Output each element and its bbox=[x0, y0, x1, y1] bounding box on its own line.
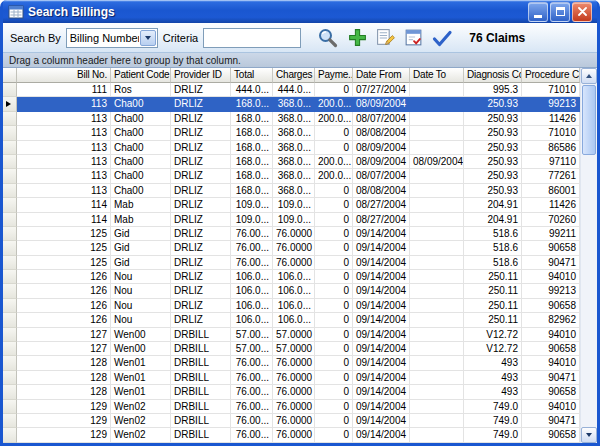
cell[interactable]: Wen01 bbox=[111, 356, 171, 370]
cell[interactable]: DRLIZ bbox=[171, 141, 231, 155]
cell[interactable]: 749.0 bbox=[464, 428, 522, 442]
row-indicator[interactable] bbox=[3, 241, 17, 255]
cell[interactable]: 113 bbox=[17, 184, 111, 198]
cell[interactable]: 126 bbox=[17, 313, 111, 327]
grid-row[interactable]: 111RosDRLIZ444.0...444.0...007/27/200499… bbox=[3, 83, 580, 97]
column-header[interactable]: Payme... bbox=[315, 68, 353, 83]
cell[interactable]: 749.0 bbox=[464, 414, 522, 428]
cell[interactable]: Mab bbox=[111, 198, 171, 212]
grid-row[interactable]: 114MabDRLIZ109.0...109.0...008/27/200420… bbox=[3, 213, 580, 227]
close-button[interactable] bbox=[572, 2, 592, 22]
cell[interactable] bbox=[410, 356, 464, 370]
grid-row[interactable]: 126NouDRLIZ106.0...106.0...009/14/200425… bbox=[3, 299, 580, 313]
cell[interactable]: 126 bbox=[17, 299, 111, 313]
cell[interactable]: 250.93 bbox=[464, 169, 522, 183]
cell[interactable]: 86001 bbox=[522, 184, 580, 198]
cell[interactable] bbox=[410, 169, 464, 183]
cell[interactable]: 0 bbox=[315, 198, 353, 212]
edit-button[interactable] bbox=[374, 26, 397, 49]
cell[interactable]: 09/14/2004 bbox=[353, 299, 410, 313]
cell[interactable]: 168.0... bbox=[231, 184, 273, 198]
grid-row[interactable]: 127Wen00DRBILL57.00...57.0000009/14/2004… bbox=[3, 342, 580, 356]
cell[interactable]: 0 bbox=[315, 83, 353, 97]
grid-row[interactable]: 113Cha00DRLIZ168.0...368.0...008/08/2004… bbox=[3, 126, 580, 140]
row-indicator[interactable] bbox=[3, 112, 17, 126]
cell[interactable]: 518.6 bbox=[464, 227, 522, 241]
cell[interactable]: 07/27/2004 bbox=[353, 83, 410, 97]
cell[interactable]: 250.11 bbox=[464, 299, 522, 313]
cell[interactable]: 106.0... bbox=[231, 299, 273, 313]
search-by-dropdown[interactable]: Billing Number bbox=[66, 28, 158, 48]
cell[interactable]: 250.93 bbox=[464, 97, 522, 111]
row-indicator[interactable] bbox=[3, 385, 17, 399]
cell[interactable]: 09/14/2004 bbox=[353, 328, 410, 342]
cell[interactable]: 200.0... bbox=[315, 169, 353, 183]
cell[interactable]: 113 bbox=[17, 97, 111, 111]
cell[interactable]: 518.6 bbox=[464, 241, 522, 255]
cell[interactable]: 90658 bbox=[522, 428, 580, 442]
cell[interactable]: 368.0... bbox=[273, 112, 315, 126]
cell[interactable]: 11426 bbox=[522, 112, 580, 126]
cell[interactable] bbox=[410, 328, 464, 342]
grid-row[interactable]: 125GidDRLIZ76.00...76.0000009/14/2004518… bbox=[3, 241, 580, 255]
cell[interactable] bbox=[410, 141, 464, 155]
cell[interactable]: DRLIZ bbox=[171, 313, 231, 327]
row-indicator[interactable] bbox=[3, 141, 17, 155]
add-button[interactable] bbox=[346, 26, 369, 49]
cell[interactable]: 94010 bbox=[522, 328, 580, 342]
cell[interactable]: 125 bbox=[17, 256, 111, 270]
row-indicator[interactable] bbox=[3, 155, 17, 169]
cell[interactable]: DRBILL bbox=[171, 356, 231, 370]
cell[interactable]: 0 bbox=[315, 328, 353, 342]
cell[interactable]: 76.00... bbox=[231, 227, 273, 241]
cell[interactable]: Nou bbox=[111, 299, 171, 313]
cell[interactable]: Cha00 bbox=[111, 184, 171, 198]
cell[interactable]: Wen02 bbox=[111, 400, 171, 414]
cell[interactable]: 128 bbox=[17, 356, 111, 370]
cell[interactable]: 250.93 bbox=[464, 184, 522, 198]
cell[interactable]: DRBILL bbox=[171, 328, 231, 342]
cell[interactable]: DRBILL bbox=[171, 385, 231, 399]
cell[interactable]: Cha00 bbox=[111, 155, 171, 169]
cell[interactable]: 106.0... bbox=[231, 270, 273, 284]
grid-row[interactable]: 129Wen02DRBILL76.00...76.0000009/14/2004… bbox=[3, 428, 580, 442]
cell[interactable]: 168.0... bbox=[231, 155, 273, 169]
cell[interactable]: 76.00... bbox=[231, 256, 273, 270]
grid-row[interactable]: 113Cha00DRLIZ168.0...368.0...200.0...08/… bbox=[3, 112, 580, 126]
cell[interactable]: 113 bbox=[17, 112, 111, 126]
cell[interactable]: 0 bbox=[315, 299, 353, 313]
cell[interactable]: 08/09/2004 bbox=[353, 97, 410, 111]
cell[interactable]: 168.0... bbox=[231, 97, 273, 111]
grid-row[interactable]: 126NouDRLIZ106.0...106.0...009/14/200425… bbox=[3, 313, 580, 327]
cell[interactable]: 0 bbox=[315, 342, 353, 356]
cell[interactable]: 90471 bbox=[522, 256, 580, 270]
cell[interactable]: 76.0000 bbox=[273, 227, 315, 241]
cell[interactable]: Wen00 bbox=[111, 342, 171, 356]
cell[interactable]: 76.0000 bbox=[273, 241, 315, 255]
cell[interactable]: 168.0... bbox=[231, 112, 273, 126]
cell[interactable]: 113 bbox=[17, 169, 111, 183]
cell[interactable]: 444.0... bbox=[231, 83, 273, 97]
cell[interactable]: 90658 bbox=[522, 342, 580, 356]
cell[interactable]: 09/14/2004 bbox=[353, 428, 410, 442]
cell[interactable]: DRLIZ bbox=[171, 169, 231, 183]
column-header[interactable]: Charges bbox=[273, 68, 315, 83]
grid-row[interactable]: 113Cha00DRLIZ168.0...368.0...200.0...08/… bbox=[3, 169, 580, 183]
cell[interactable]: 57.0000 bbox=[273, 328, 315, 342]
cell[interactable]: 76.0000 bbox=[273, 400, 315, 414]
row-indicator-current[interactable] bbox=[3, 97, 17, 111]
cell[interactable]: 76.00... bbox=[231, 385, 273, 399]
cell[interactable]: 90658 bbox=[522, 385, 580, 399]
scroll-down-button[interactable] bbox=[581, 427, 597, 443]
cell[interactable]: 57.00... bbox=[231, 328, 273, 342]
row-indicator[interactable] bbox=[3, 213, 17, 227]
cell[interactable]: DRLIZ bbox=[171, 241, 231, 255]
cell[interactable]: V12.72 bbox=[464, 342, 522, 356]
cell[interactable] bbox=[410, 414, 464, 428]
row-indicator[interactable] bbox=[3, 126, 17, 140]
cell[interactable]: 90471 bbox=[522, 414, 580, 428]
cell[interactable]: 0 bbox=[315, 356, 353, 370]
cell[interactable]: 08/27/2004 bbox=[353, 198, 410, 212]
cell[interactable]: 09/14/2004 bbox=[353, 356, 410, 370]
cell[interactable]: 129 bbox=[17, 400, 111, 414]
